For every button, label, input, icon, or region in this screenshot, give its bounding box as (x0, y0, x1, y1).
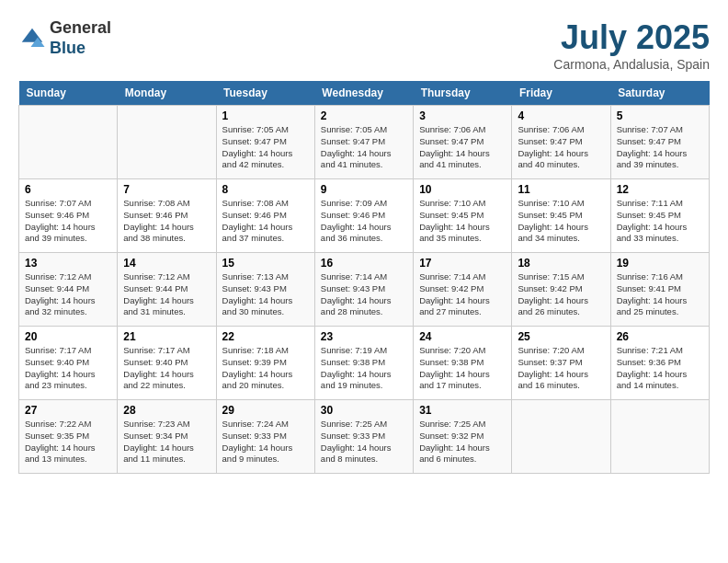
calendar-cell: 8Sunrise: 7:08 AM Sunset: 9:46 PM Daylig… (216, 179, 314, 253)
title-block: July 2025 Carmona, Andalusia, Spain (553, 18, 710, 72)
day-content: Sunrise: 7:06 AM Sunset: 9:47 PM Dayligh… (518, 124, 604, 171)
day-content: Sunrise: 7:11 AM Sunset: 9:45 PM Dayligh… (617, 198, 703, 245)
header-day-saturday: Saturday (610, 81, 709, 106)
calendar-cell: 15Sunrise: 7:13 AM Sunset: 9:43 PM Dayli… (216, 253, 314, 327)
calendar-cell: 5Sunrise: 7:07 AM Sunset: 9:47 PM Daylig… (610, 106, 709, 179)
day-content: Sunrise: 7:10 AM Sunset: 9:45 PM Dayligh… (419, 198, 506, 245)
day-content: Sunrise: 7:22 AM Sunset: 9:35 PM Dayligh… (25, 419, 111, 465)
calendar-week-row: 6Sunrise: 7:07 AM Sunset: 9:46 PM Daylig… (19, 179, 710, 253)
calendar-cell: 26Sunrise: 7:21 AM Sunset: 9:36 PM Dayli… (610, 327, 709, 400)
day-number: 21 (123, 330, 210, 343)
day-content: Sunrise: 7:18 AM Sunset: 9:39 PM Dayligh… (222, 345, 309, 392)
calendar-cell: 31Sunrise: 7:25 AM Sunset: 9:32 PM Dayli… (414, 400, 512, 474)
day-content: Sunrise: 7:14 AM Sunset: 9:43 PM Dayligh… (321, 271, 407, 318)
calendar-cell: 21Sunrise: 7:17 AM Sunset: 9:40 PM Dayli… (118, 327, 216, 400)
logo-blue-text: Blue (50, 39, 85, 57)
calendar-cell: 10Sunrise: 7:10 AM Sunset: 9:45 PM Dayli… (414, 179, 512, 253)
day-number: 10 (419, 183, 506, 196)
day-number: 31 (419, 404, 506, 417)
header-day-thursday: Thursday (414, 81, 512, 106)
day-content: Sunrise: 7:20 AM Sunset: 9:37 PM Dayligh… (518, 345, 604, 392)
day-number: 8 (222, 183, 309, 196)
day-content: Sunrise: 7:25 AM Sunset: 9:33 PM Dayligh… (321, 419, 407, 465)
calendar-cell: 9Sunrise: 7:09 AM Sunset: 9:46 PM Daylig… (314, 179, 413, 253)
calendar-week-row: 13Sunrise: 7:12 AM Sunset: 9:44 PM Dayli… (19, 253, 710, 327)
calendar-cell (118, 106, 216, 179)
day-content: Sunrise: 7:14 AM Sunset: 9:42 PM Dayligh… (419, 271, 506, 318)
calendar-cell: 27Sunrise: 7:22 AM Sunset: 9:35 PM Dayli… (19, 400, 118, 474)
calendar-cell: 12Sunrise: 7:11 AM Sunset: 9:45 PM Dayli… (610, 179, 709, 253)
day-number: 11 (518, 183, 604, 196)
day-number: 9 (321, 183, 407, 196)
day-number: 25 (518, 330, 604, 343)
day-number: 2 (321, 109, 407, 122)
day-content: Sunrise: 7:21 AM Sunset: 9:36 PM Dayligh… (617, 345, 703, 392)
calendar-cell: 25Sunrise: 7:20 AM Sunset: 9:37 PM Dayli… (512, 327, 610, 400)
day-number: 5 (617, 109, 703, 122)
logo-icon (18, 25, 46, 52)
calendar-cell: 6Sunrise: 7:07 AM Sunset: 9:46 PM Daylig… (19, 179, 118, 253)
day-number: 26 (617, 330, 703, 343)
day-content: Sunrise: 7:06 AM Sunset: 9:47 PM Dayligh… (419, 124, 506, 171)
header-day-sunday: Sunday (19, 81, 118, 106)
day-number: 6 (25, 183, 111, 196)
day-number: 1 (222, 109, 309, 122)
calendar-cell (512, 400, 610, 474)
calendar-week-row: 27Sunrise: 7:22 AM Sunset: 9:35 PM Dayli… (19, 400, 710, 474)
calendar-cell: 18Sunrise: 7:15 AM Sunset: 9:42 PM Dayli… (512, 253, 610, 327)
calendar-cell: 3Sunrise: 7:06 AM Sunset: 9:47 PM Daylig… (414, 106, 512, 179)
day-number: 23 (321, 330, 407, 343)
day-number: 18 (518, 257, 604, 270)
header-day-friday: Friday (512, 81, 610, 106)
day-number: 16 (321, 257, 407, 270)
day-number: 3 (419, 109, 506, 122)
day-number: 27 (25, 404, 111, 417)
calendar-week-row: 1Sunrise: 7:05 AM Sunset: 9:47 PM Daylig… (19, 106, 710, 179)
day-content: Sunrise: 7:17 AM Sunset: 9:40 PM Dayligh… (25, 345, 111, 392)
day-number: 28 (123, 404, 210, 417)
calendar-cell: 30Sunrise: 7:25 AM Sunset: 9:33 PM Dayli… (314, 400, 413, 474)
day-number: 20 (25, 330, 111, 343)
day-content: Sunrise: 7:07 AM Sunset: 9:47 PM Dayligh… (617, 124, 703, 171)
calendar-cell: 11Sunrise: 7:10 AM Sunset: 9:45 PM Dayli… (512, 179, 610, 253)
day-content: Sunrise: 7:20 AM Sunset: 9:38 PM Dayligh… (419, 345, 506, 392)
calendar-cell: 28Sunrise: 7:23 AM Sunset: 9:34 PM Dayli… (118, 400, 216, 474)
day-content: Sunrise: 7:05 AM Sunset: 9:47 PM Dayligh… (222, 124, 309, 171)
day-number: 17 (419, 257, 506, 270)
page-header: General Blue July 2025 Carmona, Andalusi… (18, 18, 710, 72)
location-subtitle: Carmona, Andalusia, Spain (553, 57, 710, 72)
day-number: 12 (617, 183, 703, 196)
calendar-week-row: 20Sunrise: 7:17 AM Sunset: 9:40 PM Dayli… (19, 327, 710, 400)
day-content: Sunrise: 7:16 AM Sunset: 9:41 PM Dayligh… (617, 271, 703, 318)
calendar-cell: 29Sunrise: 7:24 AM Sunset: 9:33 PM Dayli… (216, 400, 314, 474)
calendar-cell: 1Sunrise: 7:05 AM Sunset: 9:47 PM Daylig… (216, 106, 314, 179)
month-year-title: July 2025 (553, 18, 710, 57)
logo: General Blue (18, 18, 111, 58)
calendar-cell: 17Sunrise: 7:14 AM Sunset: 9:42 PM Dayli… (414, 253, 512, 327)
calendar-cell: 4Sunrise: 7:06 AM Sunset: 9:47 PM Daylig… (512, 106, 610, 179)
calendar-cell: 19Sunrise: 7:16 AM Sunset: 9:41 PM Dayli… (610, 253, 709, 327)
day-content: Sunrise: 7:12 AM Sunset: 9:44 PM Dayligh… (123, 271, 210, 318)
day-content: Sunrise: 7:15 AM Sunset: 9:42 PM Dayligh… (518, 271, 604, 318)
header-day-tuesday: Tuesday (216, 81, 314, 106)
day-number: 13 (25, 257, 111, 270)
day-content: Sunrise: 7:07 AM Sunset: 9:46 PM Dayligh… (25, 198, 111, 245)
day-number: 24 (419, 330, 506, 343)
day-content: Sunrise: 7:09 AM Sunset: 9:46 PM Dayligh… (321, 198, 407, 245)
calendar-cell: 14Sunrise: 7:12 AM Sunset: 9:44 PM Dayli… (118, 253, 216, 327)
calendar-cell: 16Sunrise: 7:14 AM Sunset: 9:43 PM Dayli… (314, 253, 413, 327)
day-number: 30 (321, 404, 407, 417)
calendar-cell: 2Sunrise: 7:05 AM Sunset: 9:47 PM Daylig… (314, 106, 413, 179)
header-day-monday: Monday (118, 81, 216, 106)
calendar-cell: 7Sunrise: 7:08 AM Sunset: 9:46 PM Daylig… (118, 179, 216, 253)
day-content: Sunrise: 7:08 AM Sunset: 9:46 PM Dayligh… (222, 198, 309, 245)
day-number: 14 (123, 257, 210, 270)
day-content: Sunrise: 7:19 AM Sunset: 9:38 PM Dayligh… (321, 345, 407, 392)
day-content: Sunrise: 7:23 AM Sunset: 9:34 PM Dayligh… (123, 419, 210, 465)
day-content: Sunrise: 7:12 AM Sunset: 9:44 PM Dayligh… (25, 271, 111, 318)
calendar-cell: 13Sunrise: 7:12 AM Sunset: 9:44 PM Dayli… (19, 253, 118, 327)
day-number: 22 (222, 330, 309, 343)
calendar-cell (19, 106, 118, 179)
calendar-cell: 23Sunrise: 7:19 AM Sunset: 9:38 PM Dayli… (314, 327, 413, 400)
calendar-cell: 24Sunrise: 7:20 AM Sunset: 9:38 PM Dayli… (414, 327, 512, 400)
